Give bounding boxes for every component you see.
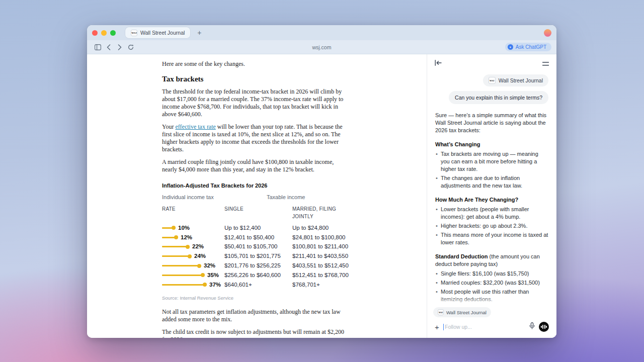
single-range: $201,776 to $256,225 [224,262,292,269]
sidebar-toggle-icon[interactable] [92,42,103,53]
chart-title: Inflation-Adjusted Tax Brackets for 2026 [162,182,349,190]
effective-tax-rate-link[interactable]: effective tax rate [175,123,215,130]
single-range: $105,701 to $201,775 [224,252,292,260]
chatgpt-sidebar: WSJ Wall Street Journal Can you explain … [427,54,556,338]
bullet-item: Single filers: $16,100 (was $15,750) [435,270,548,278]
article-text: Your [162,123,175,130]
tax-brackets-chart: Inflation-Adjusted Tax Brackets for 2026… [162,182,349,302]
married-range: $211,401 to $403,550 [292,252,349,260]
single-range: $256,226 to $640,600 [224,272,292,279]
assistant-message: Sure — here’s a simple summary of what t… [435,112,548,305]
bullet-item: Married couples: $32,200 (was $31,500) [435,279,548,287]
voice-mode-button[interactable] [539,322,549,332]
zoom-window-button[interactable] [110,30,116,36]
waveform-icon [546,326,547,328]
rate-label: 10% [178,224,190,232]
microphone-icon[interactable] [529,322,535,331]
article-paragraph: A married couple filing jointly could ha… [162,158,349,173]
rate-bar [162,237,176,238]
minimize-window-button[interactable] [101,30,107,36]
article-paragraph: The child tax credit is now subject to a… [162,328,349,338]
new-tab-button[interactable]: + [197,29,201,36]
waveform-icon [542,325,543,329]
column-header-rate: RATE [162,205,224,220]
sidebar-header [427,54,556,72]
chatgpt-icon: ✦ [508,44,513,50]
rate-bar [162,265,199,266]
bullet-item: Higher brackets: go up about 2.3%. [435,222,548,230]
rate-bar [162,255,190,257]
bullet-list: Tax brackets are moving up — meaning you… [435,150,548,190]
tax-bracket-row: 24% $105,701 to $201,775 $211,401 to $40… [162,251,349,261]
back-icon[interactable] [103,42,114,53]
chart-subtitle-row: Individual income tax Taxable income [162,194,349,201]
article-heading-tax-brackets: Tax brackets [162,75,349,83]
follow-up-input-area[interactable] [443,324,525,330]
bullet-item: Tax brackets are moving up — meaning you… [435,150,548,173]
rate-label: 32% [204,262,215,269]
source-page-chip[interactable]: WSJ Wall Street Journal [483,74,548,86]
desktop-background: WSJ Wall Street Journal + wsj.com ✦ [0,0,644,362]
single-range: $50,401 to $105,700 [224,243,292,250]
married-range: $512,451 to $768,700 [292,272,349,279]
rate-label: 22% [192,243,204,250]
waveform-icon [544,325,545,329]
context-page-chip[interactable]: WSJ Wall Street Journal [433,307,491,317]
bullet-item: The changes are due to inflation adjustm… [435,174,548,190]
article-paragraph: Here are some of the key changes. [162,60,349,68]
add-attachment-button[interactable]: + [435,323,439,331]
ask-chatgpt-button[interactable]: ✦ Ask ChatGPT [505,43,551,51]
profile-avatar[interactable] [544,29,551,37]
browser-toolbar: wsj.com ✦ Ask ChatGPT [87,40,556,54]
article-pane: Here are some of the key changes. Tax br… [87,54,427,338]
single-range: $12,401 to $50,400 [224,234,292,241]
article-paragraph: The threshold for the top federal income… [162,88,349,118]
tax-bracket-row: 10% Up to $12,400 Up to $24,800 [162,223,349,233]
section-title-bold: Standard Deduction [435,253,488,259]
context-chip-label: Wall Street Journal [446,310,487,315]
rate-bar [162,284,205,286]
bullet-item: Lower brackets (people with smaller inco… [435,206,548,221]
single-range: Up to $12,400 [224,224,292,232]
rate-label: 37% [209,281,221,289]
rate-label: 24% [194,252,206,260]
married-range: $768,701+ [292,281,349,289]
assistant-intro: Sure — here’s a simple summary of what t… [435,112,548,134]
ask-chatgpt-label: Ask ChatGPT [516,44,546,50]
conversation-scroll-area[interactable]: WSJ Wall Street Journal Can you explain … [427,72,556,305]
window-content: Here are some of the key changes. Tax br… [87,54,556,338]
titlebar: WSJ Wall Street Journal + [87,25,556,40]
married-range: Up to $24,800 [292,224,349,232]
reload-icon[interactable] [125,42,136,53]
browser-tab-wsj[interactable]: WSJ Wall Street Journal [125,27,190,38]
chart-subtitle-left: Individual income tax [162,194,214,200]
forward-icon[interactable] [114,42,125,53]
single-range: $640,601+ [224,281,292,289]
chart-source: Source: Internal Revenue Service [162,294,349,302]
sidebar-menu-icon[interactable] [542,59,549,68]
married-range: $24,801 to $100,800 [292,234,349,241]
article-paragraph: Not all tax parameters get inflation adj… [162,308,349,323]
column-header-single: SINGLE [224,205,292,220]
tax-bracket-row: 37% $640,601+ $768,701+ [162,280,349,290]
wsj-favicon-icon: WSJ [489,77,496,84]
waveform-icon [541,326,542,328]
wsj-favicon-icon: WSJ [438,309,444,315]
rate-label: 35% [207,272,219,279]
rate-label: 12% [181,234,192,241]
tax-bracket-row: 35% $256,226 to $640,600 $512,451 to $76… [162,270,349,280]
article-column: Here are some of the key changes. Tax br… [162,60,349,338]
address-bar[interactable]: wsj.com [87,44,556,50]
married-range: $100,801 to $211,400 [292,243,349,250]
follow-up-input[interactable] [444,324,525,330]
collapse-sidebar-icon[interactable] [435,59,442,68]
close-window-button[interactable] [92,30,98,36]
bullet-item: Most people will use this rather than it… [435,288,548,303]
rate-bar [162,246,188,247]
sidebar-composer: WSJ Wall Street Journal + [427,305,556,338]
column-header-married: MARRIED, FILING JOINTLY [292,205,349,220]
browser-window: WSJ Wall Street Journal + wsj.com ✦ [87,25,556,338]
tax-bracket-row: 12% $12,401 to $50,400 $24,801 to $100,8… [162,233,349,242]
chart-header-row: RATE SINGLE MARRIED, FILING JOINTLY [162,205,349,220]
wsj-favicon-icon: WSJ [131,30,137,36]
